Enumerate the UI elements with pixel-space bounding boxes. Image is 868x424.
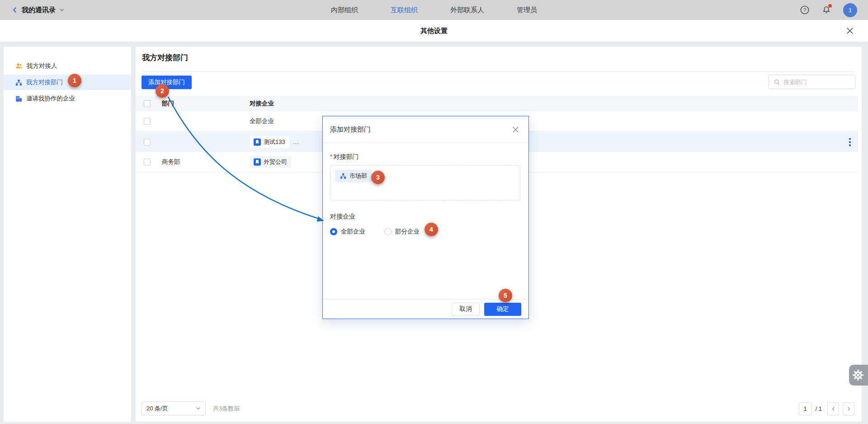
- pagination-left: 20 条/页 共3条数据: [142, 401, 240, 415]
- current-page-box[interactable]: 1: [799, 402, 812, 415]
- column-header-company: 对接企业: [250, 100, 274, 108]
- row-checkbox[interactable]: [144, 118, 151, 125]
- cancel-button[interactable]: 取消: [452, 303, 480, 316]
- back-nav[interactable]: 我的通讯录: [0, 6, 65, 14]
- row-checkbox[interactable]: [144, 138, 151, 145]
- org-icon: [340, 173, 346, 179]
- search-input[interactable]: [783, 79, 847, 86]
- company-tag: 测试133: [250, 136, 289, 148]
- settings-gear-fab[interactable]: [849, 365, 868, 386]
- page-size-value: 20 条/页: [146, 405, 168, 413]
- radio-all-companies[interactable]: 全部企业: [330, 228, 365, 236]
- field-label-text: 对接部门: [333, 153, 359, 160]
- department-picker-area[interactable]: 市场部: [330, 165, 520, 200]
- sidebar-item-label: 我方对接部门: [26, 78, 63, 86]
- department-cell: 商务部: [162, 158, 180, 166]
- prev-page-button[interactable]: [827, 402, 839, 415]
- pagination-right: 1 / 1: [799, 402, 854, 415]
- step-badge-1: 1: [68, 74, 81, 87]
- step-badge-2: 2: [156, 84, 169, 98]
- tab-internal-org[interactable]: 内部组织: [331, 6, 358, 14]
- select-all-checkbox[interactable]: [144, 100, 151, 107]
- topbar-tabs: 内部组织 互联组织 外部联系人 管理员: [331, 0, 537, 20]
- search-icon: [774, 79, 780, 86]
- next-page-button[interactable]: [843, 402, 854, 415]
- people-icon: [15, 62, 23, 70]
- more-companies-ellipsis[interactable]: ...: [293, 138, 299, 145]
- docking-department-label: *对接部门: [330, 153, 520, 161]
- modal-body: *对接部门 市场部 对接企业 全部企业 部分企业: [323, 143, 528, 236]
- divider: [142, 71, 854, 72]
- modal-header: 添加对接部门: [323, 116, 528, 143]
- company-cell: 全部企业: [250, 117, 274, 125]
- chevron-right-icon: [846, 406, 851, 411]
- step-badge-4: 4: [425, 223, 438, 236]
- help-icon[interactable]: ?: [800, 5, 810, 15]
- company-tag: 外贸公司: [250, 156, 291, 168]
- tab-connected-org[interactable]: 互联组织: [391, 6, 418, 14]
- tab-external-contacts[interactable]: 外部联系人: [450, 6, 484, 14]
- column-header-department: 部门: [162, 100, 174, 108]
- avatar[interactable]: 1: [843, 3, 857, 17]
- table-header-row: 部门 对接企业: [136, 96, 858, 111]
- bookmark-icon: [254, 138, 261, 146]
- sidebar-item-label: 邀请我协作的企业: [26, 95, 75, 103]
- close-icon[interactable]: [845, 26, 854, 35]
- svg-text:?: ?: [803, 7, 806, 13]
- step-badge-3: 3: [371, 171, 385, 184]
- topbar-actions: ? 1: [800, 0, 857, 20]
- required-asterisk: *: [330, 153, 332, 160]
- section-title: 我方对接部门: [142, 52, 188, 63]
- selected-department-tag[interactable]: 市场部: [335, 170, 372, 182]
- radio-unselected-icon: [384, 228, 392, 235]
- radio-label: 部分企业: [395, 228, 420, 236]
- tab-admin[interactable]: 管理员: [517, 6, 537, 14]
- settings-overlay-header: 其他设置: [0, 20, 868, 42]
- company-tag-label: 外贸公司: [264, 158, 287, 166]
- notification-dot: [828, 4, 832, 8]
- company-tag-label: 测试133: [264, 138, 285, 146]
- search-box: [769, 75, 855, 89]
- docking-company-label: 对接企业: [330, 213, 520, 221]
- radio-label: 全部企业: [341, 228, 365, 236]
- gear-tools-icon: [852, 369, 864, 381]
- settings-sidebar: 我方对接人 我方对接部门 邀请我协作的企业: [4, 47, 131, 422]
- row-checkbox[interactable]: [144, 159, 151, 166]
- radio-selected-icon: [330, 228, 337, 235]
- total-count-text: 共3条数据: [213, 405, 240, 413]
- chevron-left-icon: [831, 406, 836, 411]
- sidebar-item-invited-companies[interactable]: 邀请我协作的企业: [4, 91, 131, 106]
- chevron-down-icon: [196, 406, 201, 411]
- sidebar-item-label: 我方对接人: [27, 62, 57, 70]
- page-size-select[interactable]: 20 条/页: [142, 401, 206, 415]
- sidebar-item-our-docking-department[interactable]: 我方对接部门: [4, 75, 131, 90]
- contacts-title: 我的通讯录: [22, 6, 56, 14]
- sidebar-item-our-contact-person[interactable]: 我方对接人: [4, 58, 131, 74]
- modal-footer: 取消 确定: [323, 299, 528, 319]
- building-icon: [15, 95, 22, 102]
- selected-department-label: 市场部: [349, 172, 367, 180]
- step-badge-5: 5: [499, 289, 512, 302]
- page-total-text: / 1: [816, 405, 822, 412]
- modal-close-icon[interactable]: [511, 125, 519, 133]
- row-actions-kebab-icon[interactable]: [847, 136, 853, 148]
- org-icon: [15, 79, 22, 86]
- confirm-button[interactable]: 确定: [484, 303, 521, 316]
- notifications-bell-icon[interactable]: [821, 5, 831, 15]
- page-title: 其他设置: [420, 27, 448, 35]
- topbar: 我的通讯录 内部组织 互联组织 外部联系人 管理员 ? 1: [0, 0, 868, 20]
- back-chevron-icon: [12, 7, 18, 13]
- chevron-down-icon[interactable]: [59, 7, 65, 13]
- radio-partial-companies[interactable]: 部分企业: [384, 228, 420, 236]
- modal-title: 添加对接部门: [330, 125, 371, 134]
- bookmark-icon: [254, 158, 261, 166]
- add-docking-department-modal: 添加对接部门 *对接部门 市场部 对接企业 全部企业: [322, 116, 529, 319]
